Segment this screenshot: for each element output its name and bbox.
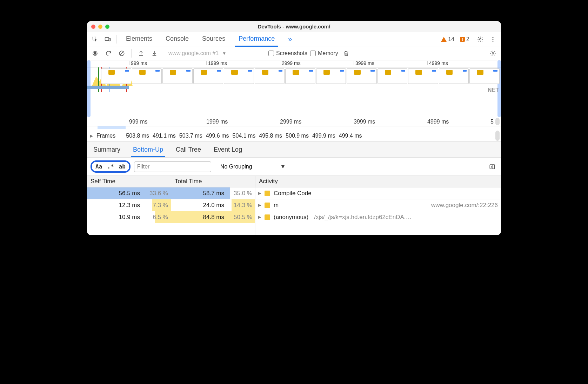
screenshot-thumb[interactable] bbox=[255, 68, 285, 84]
tab-elements[interactable]: Elements bbox=[122, 32, 156, 46]
warnings-count: 14 bbox=[448, 36, 454, 42]
record-button[interactable] bbox=[90, 48, 100, 59]
device-toggle-icon[interactable] bbox=[102, 34, 113, 45]
reload-record-button[interactable] bbox=[103, 48, 114, 59]
issues-badge[interactable]: ! 2 bbox=[460, 36, 469, 42]
perf-toolbar: www.google.com #1 ▼ Screenshots Memory bbox=[87, 46, 501, 60]
recording-name: www.google.com #1 bbox=[168, 50, 219, 57]
tab-more[interactable]: » bbox=[285, 32, 295, 46]
screenshot-thumb[interactable] bbox=[347, 68, 377, 84]
col-self-time[interactable]: Self Time bbox=[87, 176, 171, 187]
source-link[interactable]: www.google.com/:22:226 bbox=[431, 202, 498, 209]
table-row[interactable]: 56.5 ms 33.6 % 58.7 ms 35.0 % ▶ Compile … bbox=[87, 187, 501, 199]
screenshot-thumb[interactable] bbox=[193, 68, 223, 84]
scrollbar[interactable] bbox=[495, 131, 500, 141]
screenshot-thumb[interactable] bbox=[316, 68, 346, 84]
self-ms: 56.5 ms bbox=[119, 190, 140, 197]
screenshot-thumb[interactable] bbox=[224, 68, 254, 84]
tick: 2999 ms bbox=[280, 119, 301, 125]
show-heaviest-stack-icon[interactable] bbox=[487, 161, 497, 172]
table-row[interactable]: 12.3 ms 7.3 % 24.0 ms 14.3 % ▶ m www.goo… bbox=[87, 199, 501, 211]
recording-select[interactable]: www.google.com #1 ▼ bbox=[168, 50, 260, 57]
frame-time: 491.1 ms bbox=[153, 133, 176, 139]
whole-word-button[interactable]: ab bbox=[119, 163, 126, 170]
screenshot-thumb[interactable] bbox=[101, 68, 131, 84]
net-activity bbox=[87, 86, 129, 89]
overview-ruler: 999 ms 1999 ms 2999 ms 3999 ms 4999 ms bbox=[87, 60, 501, 67]
subtab-event-log[interactable]: Event Log bbox=[212, 143, 244, 157]
total-ms: 58.7 ms bbox=[203, 190, 224, 197]
disclosure-icon[interactable]: ▶ bbox=[258, 215, 261, 219]
frame-time: 503.8 ms bbox=[126, 133, 149, 139]
self-ms: 12.3 ms bbox=[119, 202, 140, 209]
network-track-peek[interactable] bbox=[87, 126, 501, 130]
match-case-button[interactable]: Aa bbox=[95, 163, 102, 170]
svg-line-10 bbox=[120, 51, 124, 55]
screenshot-thumb[interactable] bbox=[285, 68, 315, 84]
capture-settings-icon[interactable] bbox=[488, 48, 498, 59]
screenshots-checkbox[interactable]: Screenshots bbox=[268, 50, 307, 57]
download-icon[interactable] bbox=[149, 48, 160, 59]
svg-point-5 bbox=[493, 39, 494, 40]
disclosure-icon[interactable]: ▶ bbox=[90, 133, 93, 138]
screenshot-thumb[interactable] bbox=[469, 68, 500, 84]
inspect-icon[interactable] bbox=[90, 34, 100, 45]
upload-icon[interactable] bbox=[136, 48, 146, 59]
devtools-window: DevTools - www.google.com/ Elements Cons… bbox=[87, 21, 501, 235]
screenshot-thumb[interactable] bbox=[162, 68, 193, 84]
screenshot-thumb[interactable] bbox=[408, 68, 438, 84]
regex-button[interactable]: .* bbox=[107, 163, 114, 170]
detail-ruler[interactable]: 999 ms 1999 ms 2999 ms 3999 ms 4999 ms 5 bbox=[87, 117, 501, 126]
disclosure-icon[interactable]: ▶ bbox=[258, 203, 261, 207]
self-pct: 7.3 % bbox=[143, 202, 168, 209]
grouping-select[interactable]: No Grouping ▼ bbox=[220, 164, 286, 170]
self-pct: 33.6 % bbox=[143, 190, 168, 197]
activity-cell: ▶ (anonymous) /xjs/_/js/k=xjs.hd.en.fdzp… bbox=[255, 211, 501, 223]
total-time-cell bbox=[171, 223, 255, 235]
screenshot-thumb[interactable] bbox=[132, 68, 162, 84]
chevron-down-icon: ▼ bbox=[222, 51, 226, 56]
memory-checkbox[interactable]: Memory bbox=[310, 50, 338, 57]
tab-performance[interactable]: Performance bbox=[235, 32, 278, 47]
source-link[interactable]: /xjs/_/js/k=xjs.hd.en.fdzp62cEnDA.… bbox=[314, 214, 412, 221]
subtab-summary[interactable]: Summary bbox=[91, 143, 122, 157]
clear-button[interactable] bbox=[116, 48, 127, 59]
activity-name: m bbox=[274, 202, 279, 209]
tab-console[interactable]: Console bbox=[162, 32, 192, 46]
frame-time: 495.8 ms bbox=[259, 133, 282, 139]
tick: 999 ms bbox=[129, 61, 147, 65]
svg-point-8 bbox=[94, 52, 96, 54]
col-total-time[interactable]: Total Time bbox=[171, 176, 255, 187]
svg-rect-1 bbox=[105, 37, 109, 40]
category-swatch bbox=[265, 203, 270, 208]
screenshot-thumb[interactable] bbox=[377, 68, 408, 84]
frame-time: 504.1 ms bbox=[232, 133, 255, 139]
checkbox-icon bbox=[310, 51, 316, 56]
svg-point-3 bbox=[480, 38, 481, 40]
self-time-cell: 12.3 ms 7.3 % bbox=[87, 199, 171, 211]
settings-icon[interactable] bbox=[475, 34, 486, 45]
col-activity[interactable]: Activity bbox=[255, 176, 501, 187]
overview-timeline[interactable]: 999 ms 1999 ms 2999 ms 3999 ms 4999 ms C… bbox=[87, 60, 501, 117]
scrollbar[interactable] bbox=[495, 118, 500, 125]
self-ms: 10.9 ms bbox=[119, 214, 140, 221]
tab-sources[interactable]: Sources bbox=[199, 32, 229, 46]
total-pct: 35.0 % bbox=[227, 190, 252, 197]
frame-times: 503.8 ms 491.1 ms 503.7 ms 499.6 ms 504.… bbox=[126, 133, 362, 139]
tick: 3999 ms bbox=[354, 119, 375, 125]
table-row[interactable] bbox=[87, 223, 501, 235]
tick: 999 ms bbox=[129, 119, 147, 125]
table-row[interactable]: 10.9 ms 6.5 % 84.8 ms 50.5 % ▶ (anonymou… bbox=[87, 211, 501, 223]
tick: 5 bbox=[490, 119, 494, 125]
subtab-bottom-up[interactable]: Bottom-Up bbox=[131, 143, 165, 157]
total-ms: 24.0 ms bbox=[203, 202, 224, 209]
disclosure-icon[interactable]: ▶ bbox=[258, 191, 261, 196]
warnings-badge[interactable]: 14 bbox=[441, 36, 454, 42]
subtab-call-tree[interactable]: Call Tree bbox=[174, 143, 203, 157]
frames-track[interactable]: ▶ Frames 503.8 ms 491.1 ms 503.7 ms 499.… bbox=[87, 130, 501, 142]
filter-input[interactable] bbox=[134, 161, 211, 172]
more-menu-icon[interactable] bbox=[488, 34, 498, 45]
filter-toolbar: Aa .* ab No Grouping ▼ bbox=[87, 158, 501, 176]
trash-icon[interactable] bbox=[341, 48, 352, 59]
screenshot-thumb[interactable] bbox=[439, 68, 469, 84]
